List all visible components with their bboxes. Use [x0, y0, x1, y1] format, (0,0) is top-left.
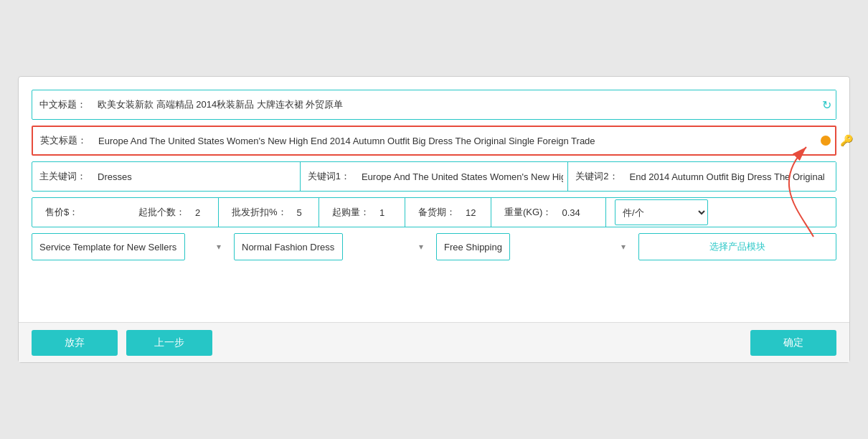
weight-label: 重量(KG)： — [497, 206, 559, 219]
bottom-bar: 放弃 上一步 确定 — [19, 322, 849, 362]
stock-label: 备货期： — [411, 206, 463, 219]
english-title-input[interactable] — [94, 127, 835, 154]
orange-indicator — [821, 136, 831, 146]
min-order-label: 起购量： — [325, 206, 377, 219]
discount-label: 批发折扣%： — [225, 206, 294, 219]
main-keyword-input[interactable] — [93, 162, 300, 191]
prev-button[interactable]: 上一步 — [126, 330, 212, 356]
confirm-button[interactable]: 确定 — [750, 330, 836, 356]
unit-select[interactable]: 件/个 套 双 — [615, 199, 708, 225]
discount-segment: 批发折扣%： 5 — [219, 198, 319, 227]
bottom-left-buttons: 放弃 上一步 — [32, 330, 212, 356]
chinese-label: 中文标题： — [32, 98, 93, 111]
price-segment: 售价$： — [32, 198, 126, 227]
main-keyword-segment: 主关键词： — [32, 162, 301, 191]
abandon-button[interactable]: 放弃 — [32, 330, 118, 356]
batch-label: 起批个数： — [131, 206, 192, 219]
keyword1-label: 关键词1： — [301, 170, 357, 183]
stock-segment: 备货期： 12 — [405, 198, 491, 227]
price-row: 售价$： 起批个数： 2 批发折扣%： 5 起购量： 1 备货期： 12 重量(… — [32, 197, 836, 227]
keyword2-label: 关键词2： — [568, 170, 625, 183]
service-template-wrapper: Service Template for New Sellers — [32, 233, 228, 260]
keywords-row: 主关键词： 关键词1： 关键词2： — [32, 161, 836, 192]
fashion-type-select[interactable]: Normal Fashion Dress — [234, 233, 343, 260]
main-keyword-label: 主关键词： — [32, 170, 93, 183]
chinese-title-row: 中文标题： ↻ — [32, 90, 836, 120]
shipping-type-wrapper: Free Shipping — [436, 233, 633, 260]
keyword2-segment: 关键词2： — [568, 162, 836, 191]
min-order-value: 1 — [379, 207, 385, 218]
refresh-icon[interactable]: ↻ — [822, 98, 831, 112]
key-icon[interactable]: 🔑 — [840, 134, 854, 147]
batch-value: 2 — [195, 207, 200, 218]
weight-value: 0.34 — [562, 207, 580, 218]
english-title-row: 英文标题： 🔑 — [32, 126, 836, 156]
unit-segment: 件/个 套 双 — [606, 198, 717, 227]
select-product-button[interactable]: 选择产品模块 — [638, 233, 836, 260]
keyword2-input[interactable] — [626, 162, 836, 191]
weight-segment: 重量(KG)： 0.34 — [491, 198, 606, 227]
keyword1-segment: 关键词1： — [301, 162, 569, 191]
stock-value: 12 — [466, 207, 476, 218]
dropdown-row: Service Template for New Sellers Normal … — [32, 233, 836, 260]
batch-segment: 起批个数： 2 — [126, 198, 219, 227]
price-label: 售价$： — [38, 206, 90, 219]
keyword1-input[interactable] — [357, 162, 567, 191]
shipping-type-select[interactable]: Free Shipping — [436, 233, 510, 260]
english-label: 英文标题： — [33, 134, 94, 147]
fashion-type-wrapper: Normal Fashion Dress — [234, 233, 430, 260]
discount-value: 5 — [297, 207, 302, 218]
service-template-select[interactable]: Service Template for New Sellers — [32, 233, 185, 260]
min-order-segment: 起购量： 1 — [319, 198, 405, 227]
chinese-title-input[interactable] — [93, 90, 836, 119]
